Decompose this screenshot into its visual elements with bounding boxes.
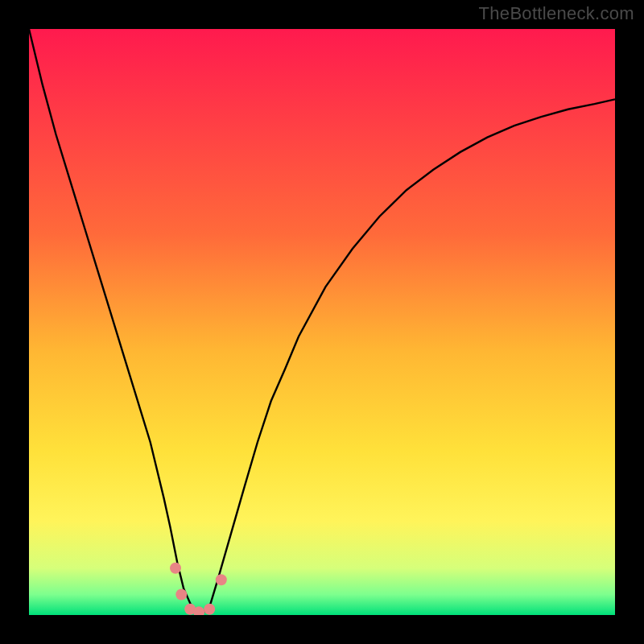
marker-dot	[204, 604, 215, 615]
chart-frame: TheBottleneck.com	[0, 0, 644, 644]
plot-area	[29, 29, 615, 615]
marker-dot	[170, 563, 181, 574]
chart-svg	[29, 29, 615, 615]
watermark-text: TheBottleneck.com	[479, 3, 634, 24]
background-gradient	[29, 29, 615, 615]
marker-dot	[175, 589, 187, 601]
marker-dot	[216, 574, 227, 585]
